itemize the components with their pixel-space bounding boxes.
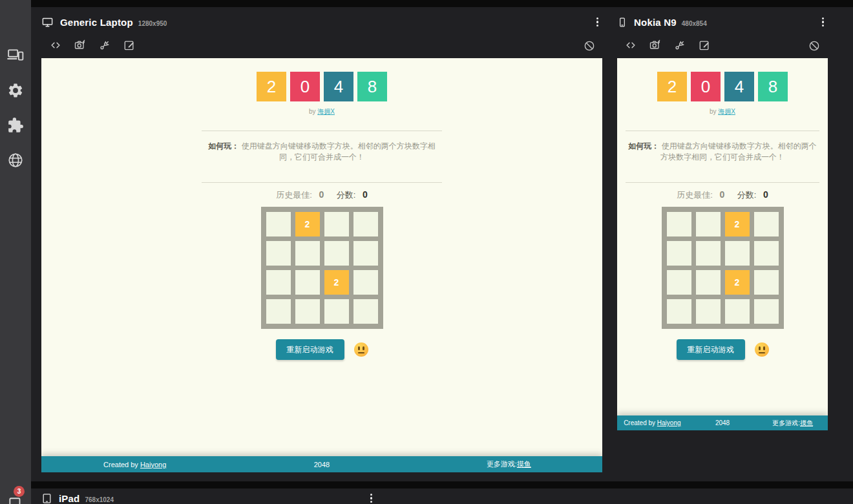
- more-link[interactable]: 摸鱼: [517, 460, 531, 468]
- plug-icon[interactable]: [673, 39, 686, 52]
- app-sidebar: 3: [0, 0, 31, 504]
- grid-cell: [266, 299, 291, 324]
- best-value: 0: [719, 189, 724, 200]
- devtools-icon[interactable]: [49, 39, 62, 52]
- game-board: 22: [662, 207, 784, 329]
- settings-icon[interactable]: [7, 82, 24, 99]
- device-dimensions: 1280x950: [138, 20, 167, 27]
- grid-cell: [324, 212, 349, 236]
- grid-tile: 2: [295, 212, 320, 236]
- device-dimensions: 768x1024: [85, 496, 114, 503]
- notification-badge[interactable]: 3: [14, 486, 25, 497]
- title-tile-8: 8: [758, 72, 788, 101]
- more-link[interactable]: 摸鱼: [800, 419, 813, 426]
- devtools-icon[interactable]: [624, 39, 637, 52]
- restart-button[interactable]: 重新启动游戏: [276, 339, 344, 360]
- grid-cell: [266, 212, 291, 236]
- grid-cell: [667, 299, 691, 324]
- score-bar: 历史最佳: 0 分数: 0: [617, 189, 828, 201]
- title-tile-2: 2: [257, 72, 286, 101]
- howto-body: 使用键盘方向键键移动数字方块。相邻的两个方块数字相同，它们可合并成一个！: [242, 142, 436, 162]
- footer-title: 2048: [688, 419, 758, 426]
- edit-icon[interactable]: [123, 39, 136, 52]
- game-title: 2048: [617, 58, 828, 101]
- screenshot-icon[interactable]: [649, 39, 662, 52]
- footer-created: Created by Haiyong: [41, 461, 228, 468]
- screenshot-icon[interactable]: [74, 39, 87, 52]
- divider: [202, 131, 442, 131]
- grid-cell: [353, 270, 378, 295]
- kebab-menu-icon[interactable]: [366, 491, 376, 504]
- grid-tile: 2: [725, 270, 750, 295]
- game-title: 2048: [41, 58, 602, 101]
- page-footer: Created by Haiyong 2048 更多游戏:摸鱼: [617, 415, 828, 430]
- smartphone-icon: [617, 16, 627, 28]
- device-screen-laptop: 2048 by 海拥X 如何玩： 使用键盘方向键键移动数字方块。相邻的两个方块数…: [41, 58, 602, 472]
- title-tile-4: 4: [324, 72, 353, 101]
- device-header-laptop: Generic Laptop 1280x950: [41, 13, 602, 31]
- device-toolbar-laptop: [49, 39, 136, 52]
- created-link[interactable]: Haiyong: [657, 419, 681, 426]
- restart-button[interactable]: 重新启动游戏: [677, 339, 745, 360]
- divider: [202, 182, 442, 183]
- grid-cell: [754, 212, 779, 236]
- howto-text: 如何玩： 使用键盘方向键键移动数字方块。相邻的两个方块数字相同，它们可合并成一个…: [202, 141, 442, 163]
- grid-cell: [324, 241, 349, 266]
- footer-more: 更多游戏:摸鱼: [757, 419, 828, 428]
- neutral-face-emoji: [755, 342, 769, 357]
- grid-cell: [754, 299, 779, 324]
- grid-cell: [295, 270, 320, 295]
- devices-icon[interactable]: [7, 47, 24, 63]
- extensions-icon[interactable]: [7, 117, 24, 134]
- created-prefix: Created by: [103, 461, 138, 468]
- network-icon[interactable]: [7, 152, 24, 169]
- grid-cell: [295, 299, 320, 324]
- more-label: 更多游戏:: [772, 419, 800, 426]
- kebab-menu-icon[interactable]: [818, 15, 828, 30]
- grid-tile: 2: [725, 212, 750, 236]
- row-divider-top: [31, 0, 853, 7]
- howto-label: 如何玩：: [208, 142, 239, 151]
- title-tile-0: 0: [691, 72, 721, 101]
- kebab-menu-icon[interactable]: [593, 15, 602, 30]
- disable-icon[interactable]: [808, 39, 821, 52]
- tablet-icon: [41, 492, 52, 504]
- best-value: 0: [319, 189, 324, 200]
- device-toolbar-nokia: [624, 39, 711, 52]
- divider: [626, 131, 819, 131]
- byline: by 海拥X: [617, 107, 828, 116]
- title-tile-4: 4: [724, 72, 754, 101]
- grid-cell: [667, 270, 691, 295]
- created-link[interactable]: Haiyong: [140, 461, 166, 468]
- grid-cell: [667, 212, 691, 236]
- disable-icon[interactable]: [583, 39, 596, 52]
- howto-body: 使用键盘方向键键移动数字方块。相邻的两个方块数字相同，它们可合并成一个！: [660, 142, 817, 162]
- device-name: Generic Laptop: [60, 17, 133, 28]
- title-tile-0: 0: [290, 72, 320, 101]
- button-row: 重新启动游戏: [617, 339, 828, 360]
- button-row: 重新启动游戏: [41, 339, 602, 360]
- device-name: iPad: [59, 493, 79, 504]
- best-label: 历史最佳:: [677, 190, 713, 200]
- footer-created: Created by Haiyong: [617, 419, 688, 426]
- howto-label: 如何玩：: [628, 142, 659, 151]
- title-tile-8: 8: [357, 72, 387, 101]
- grid-cell: [696, 212, 721, 236]
- neutral-face-emoji: [354, 342, 368, 357]
- monitor-icon: [41, 16, 54, 28]
- device-name: Nokia N9: [634, 17, 677, 28]
- grid-cell: [725, 241, 750, 266]
- edit-icon[interactable]: [698, 39, 711, 52]
- plug-icon[interactable]: [98, 39, 111, 52]
- device-dimensions: 480x854: [682, 20, 707, 27]
- footer-title: 2048: [228, 461, 415, 468]
- responsive-preview-app: 3 Generic Laptop 1280x950: [0, 0, 853, 504]
- notifications-icon[interactable]: [7, 496, 24, 504]
- best-label: 历史最佳:: [276, 190, 312, 200]
- device-header-nokia: Nokia N9 480x854: [617, 13, 828, 31]
- author-link[interactable]: 海拥X: [718, 108, 735, 115]
- score-bar: 历史最佳: 0 分数: 0: [41, 189, 602, 201]
- device-header-ipad: iPad 768x1024: [41, 489, 376, 504]
- author-link[interactable]: 海拥X: [317, 108, 335, 115]
- more-label: 更多游戏:: [487, 460, 517, 468]
